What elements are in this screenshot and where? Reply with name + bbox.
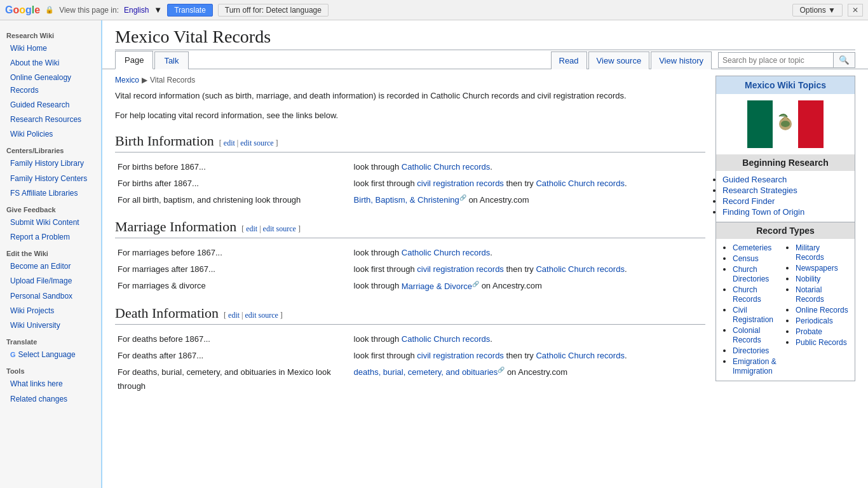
birth-church-records-link-2[interactable]: Catholic Church records xyxy=(536,179,624,188)
sidebar-section-edit: Edit the Wiki xyxy=(0,245,101,259)
svg-rect-0 xyxy=(747,100,773,148)
list-item: Guided Research xyxy=(722,175,848,184)
birth-baptism-link[interactable]: Birth, Baptism, & Christening🔗 xyxy=(354,195,466,205)
notarial-records-link[interactable]: Notarial Records xyxy=(796,285,824,304)
sidebar-item-fs-affiliate[interactable]: FS Affiliate Libraries xyxy=(0,186,101,201)
death-civil-reg-link[interactable]: civil registration records xyxy=(417,351,504,360)
marriage-edit-link[interactable]: edit xyxy=(246,224,257,233)
birth-church-records-link-1[interactable]: Catholic Church records xyxy=(402,162,490,172)
marriage-divorce-link[interactable]: Marriage & Divorce🔗 xyxy=(402,281,479,291)
death-edit-source-link[interactable]: edit source xyxy=(245,311,278,320)
tab-page[interactable]: Page xyxy=(115,51,153,69)
sidebar-item-wiki-policies[interactable]: Wiki Policies xyxy=(0,127,101,142)
sidebar-item-personal-sandbox[interactable]: Personal Sandbox xyxy=(0,289,101,304)
civil-registration-link[interactable]: Civil Registration xyxy=(733,306,773,324)
lang-selector-arrow: ▼ xyxy=(154,5,162,15)
nobility-link[interactable]: Nobility xyxy=(796,274,820,283)
birth-civil-reg-link[interactable]: civil registration records xyxy=(417,179,504,188)
colonial-records-link[interactable]: Colonial Records xyxy=(733,326,761,344)
marriage-church-link-2[interactable]: Catholic Church records xyxy=(536,264,624,274)
sidebar-item-what-links-here[interactable]: What links here xyxy=(0,377,101,391)
sidebar-item-select-language[interactable]: G Select Language xyxy=(0,348,101,362)
marriage-civil-reg-link[interactable]: civil registration records xyxy=(417,264,504,274)
death-edit-link[interactable]: edit xyxy=(228,311,240,320)
sidebar-item-about-wiki[interactable]: About the Wiki xyxy=(0,56,101,71)
language-link[interactable]: English xyxy=(124,6,149,15)
intro-paragraph-2: For help locating vital record informati… xyxy=(115,109,705,123)
online-records-link[interactable]: Online Records xyxy=(796,306,848,315)
death-burial-link[interactable]: deaths, burial, cemetery, and obituaries… xyxy=(354,367,505,377)
marriage-row1-col2: look through Catholic Church records. xyxy=(351,245,705,261)
tab-action-view-source[interactable]: View source xyxy=(588,51,650,69)
article-content: Mexico ▶ Vital Records Vital record info… xyxy=(102,69,868,406)
birth-edit-source-link[interactable]: edit source xyxy=(240,139,273,147)
church-directories-link[interactable]: Church Directories xyxy=(733,265,769,283)
sidebar-item-guided-research[interactable]: Guided Research xyxy=(0,98,101,112)
birth-edit-link[interactable]: edit xyxy=(224,139,235,147)
death-row3-col2: deaths, burial, cemetery, and obituaries… xyxy=(351,364,705,395)
sidebar-item-family-history-library[interactable]: Family History Library xyxy=(0,156,101,171)
sidebar-item-become-editor[interactable]: Become an Editor xyxy=(0,259,101,274)
finding-town-link[interactable]: Finding Town of Origin xyxy=(722,207,804,217)
marriage-church-link-1[interactable]: Catholic Church records xyxy=(402,248,490,257)
sidebar-item-related-changes[interactable]: Related changes xyxy=(0,392,101,407)
military-records-link[interactable]: Military Records xyxy=(796,243,824,262)
sidebar-item-wiki-home[interactable]: Wiki Home xyxy=(0,41,101,56)
sidebar-item-wiki-projects[interactable]: Wiki Projects xyxy=(0,304,101,318)
list-item: Public Records xyxy=(796,337,848,347)
translate-button[interactable]: Translate xyxy=(167,4,213,17)
probate-link[interactable]: Probate xyxy=(796,327,822,336)
sidebar-item-wiki-university[interactable]: Wiki University xyxy=(0,318,101,333)
birth-row2-col2: look first through civil registration re… xyxy=(351,175,705,192)
tab-actions: Read View source View history 🔍 xyxy=(551,51,856,69)
sidebar-item-research-resources[interactable]: Research Resources xyxy=(0,112,101,127)
sidebar-item-family-history-centers[interactable]: Family History Centers xyxy=(0,172,101,186)
beginning-research-title: Beginning Research xyxy=(716,154,855,171)
birth-row2-col1: For births after 1867... xyxy=(115,175,351,192)
table-row: For deaths after 1867... look first thro… xyxy=(115,348,705,364)
table-row: For deaths before 1867... look through C… xyxy=(115,331,705,348)
periodicals-link[interactable]: Periodicals xyxy=(796,316,833,325)
turnoff-button[interactable]: Turn off for: Detect language xyxy=(218,4,329,17)
breadcrumb-parent[interactable]: Mexico xyxy=(115,76,139,85)
record-finder-link[interactable]: Record Finder xyxy=(722,196,775,206)
death-row2-col2: look first through civil registration re… xyxy=(351,348,705,364)
research-strategies-link[interactable]: Research Strategies xyxy=(722,186,797,195)
sidebar-item-submit-wiki[interactable]: Submit Wiki Content xyxy=(0,215,101,230)
church-records-link[interactable]: Church Records xyxy=(733,285,761,304)
list-item: Periodicals xyxy=(796,316,848,325)
search-input[interactable] xyxy=(719,53,833,67)
guided-research-link[interactable]: Guided Research xyxy=(722,175,787,184)
close-button[interactable]: ✕ xyxy=(848,4,863,17)
death-row3-col1: For deaths, burial, cemetery, and obitua… xyxy=(115,364,351,395)
newspapers-link[interactable]: Newspapers xyxy=(796,264,838,273)
options-button[interactable]: Options ▼ xyxy=(792,4,843,17)
search-button[interactable]: 🔍 xyxy=(833,53,855,67)
tab-talk[interactable]: Talk xyxy=(154,51,188,69)
marriage-row3-col1: For marriages & divorce xyxy=(115,278,351,294)
list-item: Finding Town of Origin xyxy=(722,207,848,217)
census-link[interactable]: Census xyxy=(733,254,759,263)
death-church-link-2[interactable]: Catholic Church records xyxy=(536,351,624,360)
tab-action-view-history[interactable]: View history xyxy=(651,51,712,69)
public-records-link[interactable]: Public Records xyxy=(796,338,847,347)
death-row1-col2: look through Catholic Church records. xyxy=(351,331,705,348)
topics-title: Mexico Wiki Topics xyxy=(716,76,855,94)
sidebar-section-research-wiki: Research Wiki xyxy=(0,27,101,41)
marriage-heading-text: Marriage Information xyxy=(115,219,236,235)
cemeteries-link[interactable]: Cemeteries xyxy=(733,243,771,252)
birth-edit-links: [ edit | edit source ] xyxy=(219,139,278,148)
emigration-link[interactable]: Emigration & Immigration xyxy=(733,357,776,376)
birth-section-heading: Birth Information [ edit | edit source ] xyxy=(115,133,705,152)
sidebar-item-online-genealogy[interactable]: Online Genealogy Records xyxy=(0,71,101,97)
google-logo: Google xyxy=(5,4,40,16)
directories-link[interactable]: Directories xyxy=(733,346,769,355)
marriage-edit-source-link[interactable]: edit source xyxy=(263,224,296,233)
tab-action-read[interactable]: Read xyxy=(551,51,587,69)
marriage-edit-links: [ edit | edit source ] xyxy=(241,224,301,234)
marriage-row2-col2: look first through civil registration re… xyxy=(351,261,705,278)
sidebar-item-report-problem[interactable]: Report a Problem xyxy=(0,230,101,245)
breadcrumb-arrow: ▶ xyxy=(142,76,147,85)
sidebar-item-upload-file[interactable]: Upload File/Image xyxy=(0,274,101,288)
death-church-link-1[interactable]: Catholic Church records xyxy=(402,334,490,344)
